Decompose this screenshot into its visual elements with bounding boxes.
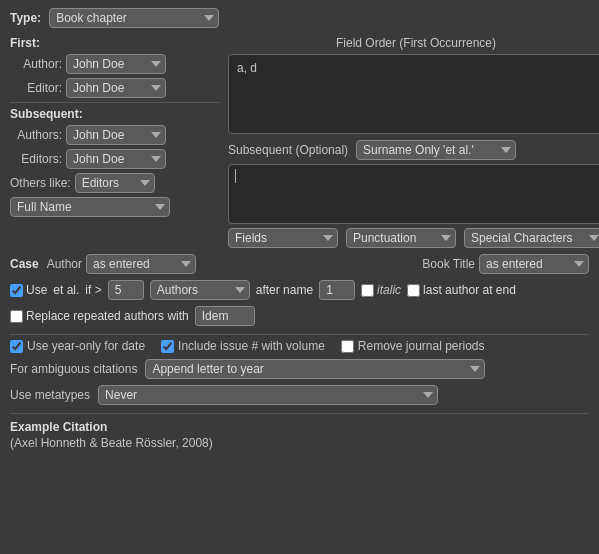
ambiguous-row: For ambiguous citations Append letter to… xyxy=(10,359,589,379)
italic-label-container[interactable]: italic xyxy=(361,283,401,297)
italic-label: italic xyxy=(377,283,401,297)
include-issue-text: Include issue # with volume xyxy=(178,339,325,353)
author-select[interactable]: John Doe Jane Doe xyxy=(66,54,166,74)
subsequent-optional-select[interactable]: Surname Only 'et al.' Full Name Initials xyxy=(356,140,516,160)
if-label: if > xyxy=(85,283,101,297)
replace-checkbox-label[interactable]: Replace repeated authors with xyxy=(10,309,189,323)
editors-select[interactable]: John Doe Jane Doe xyxy=(66,149,166,169)
field-order-header: Field Order (First Occurrence) xyxy=(228,36,599,50)
use-label: Use xyxy=(26,283,47,297)
field-order-box: a, d xyxy=(228,54,599,134)
include-issue-label[interactable]: Include issue # with volume xyxy=(161,339,325,353)
replace-text-input[interactable] xyxy=(195,306,255,326)
editor-label: Editor: xyxy=(10,81,62,95)
main-container: Type: Book chapter Journal article Book … xyxy=(0,0,599,458)
remove-journal-checkbox[interactable] xyxy=(341,340,354,353)
subsequent-right-row: Subsequent (Optional) Surname Only 'et a… xyxy=(228,140,599,160)
book-title-select[interactable]: as entered Title Case UPPERCASE lowercas… xyxy=(479,254,589,274)
authors-etal-select[interactable]: Authors Editors All xyxy=(150,280,250,300)
etal-label: et al. xyxy=(53,283,79,297)
panels: First: Author: John Doe Jane Doe Editor:… xyxy=(10,36,589,248)
book-title-field: Book Title as entered Title Case UPPERCA… xyxy=(422,254,589,274)
etal-checkbox-label[interactable]: Use xyxy=(10,283,47,297)
include-issue-checkbox[interactable] xyxy=(161,340,174,353)
others-select[interactable]: Editors Authors xyxy=(75,173,155,193)
subsequent-optional-label: Subsequent (Optional) xyxy=(228,143,348,157)
others-label: Others like: xyxy=(10,176,71,190)
example-text: (Axel Honneth & Beate Rössler, 2008) xyxy=(10,436,589,450)
fullname-select[interactable]: Full Name Surname Only Initials xyxy=(10,197,170,217)
type-select[interactable]: Book chapter Journal article Book Report xyxy=(49,8,219,28)
subsequent-text-box[interactable] xyxy=(228,164,599,224)
ambiguous-select[interactable]: Append letter to year Add title Nothing xyxy=(145,359,485,379)
author-case-field: Author as entered Title Case UPPERCASE l… xyxy=(47,254,196,274)
bottom-bar: Fields Punctuation Special Characters xyxy=(228,228,599,248)
threshold-input[interactable] xyxy=(108,280,144,300)
editor-select[interactable]: John Doe Jane Doe xyxy=(66,78,166,98)
example-section: Example Citation (Axel Honneth & Beate R… xyxy=(10,413,589,450)
replace-row: Replace repeated authors with xyxy=(10,306,589,326)
remove-journal-label[interactable]: Remove journal periods xyxy=(341,339,485,353)
last-author-checkbox[interactable] xyxy=(407,284,420,297)
case-section: Case Author as entered Title Case UPPERC… xyxy=(10,254,589,274)
metatypes-label: Use metatypes xyxy=(10,388,90,402)
authors-select[interactable]: John Doe Jane Doe xyxy=(66,125,166,145)
case-title: Case xyxy=(10,257,39,271)
year-only-text: Use year-only for date xyxy=(27,339,145,353)
authors-row: Authors: John Doe Jane Doe xyxy=(10,125,220,145)
metatypes-select[interactable]: Never Always Sometimes xyxy=(98,385,438,405)
replace-checkbox[interactable] xyxy=(10,310,23,323)
right-panel: Field Order (First Occurrence) a, d Subs… xyxy=(228,36,599,248)
etal-row: Use et al. if > Authors Editors All afte… xyxy=(10,280,589,300)
year-only-checkbox[interactable] xyxy=(10,340,23,353)
remove-journal-text: Remove journal periods xyxy=(358,339,485,353)
author-row: Author: John Doe Jane Doe xyxy=(10,54,220,74)
first-header: First: xyxy=(10,36,220,50)
field-order-content: a, d xyxy=(237,61,257,75)
left-panel: First: Author: John Doe Jane Doe Editor:… xyxy=(10,36,220,248)
ambiguous-label: For ambiguous citations xyxy=(10,362,137,376)
divider-1 xyxy=(10,102,220,103)
author-case-select[interactable]: as entered Title Case UPPERCASE lowercas… xyxy=(86,254,196,274)
type-label: Type: xyxy=(10,11,41,25)
authors-label: Authors: xyxy=(10,128,62,142)
author-case-label: Author xyxy=(47,257,82,271)
last-author-label: last author at end xyxy=(423,283,516,297)
last-author-label-container[interactable]: last author at end xyxy=(407,283,516,297)
editor-row: Editor: John Doe Jane Doe xyxy=(10,78,220,98)
editors-label: Editors: xyxy=(10,152,62,166)
year-only-label[interactable]: Use year-only for date xyxy=(10,339,145,353)
replace-label: Replace repeated authors with xyxy=(26,309,189,323)
subsequent-header: Subsequent: xyxy=(10,107,220,121)
book-title-label: Book Title xyxy=(422,257,475,271)
etal-checkbox[interactable] xyxy=(10,284,23,297)
after-name-label: after name xyxy=(256,283,313,297)
type-row: Type: Book chapter Journal article Book … xyxy=(10,8,589,28)
editors-row: Editors: John Doe Jane Doe xyxy=(10,149,220,169)
fields-select[interactable]: Fields xyxy=(228,228,338,248)
punctuation-select[interactable]: Punctuation xyxy=(346,228,456,248)
after-name-input[interactable] xyxy=(319,280,355,300)
divider-2 xyxy=(10,334,589,335)
author-label: Author: xyxy=(10,57,62,71)
example-title: Example Citation xyxy=(10,420,589,434)
italic-checkbox[interactable] xyxy=(361,284,374,297)
others-row: Others like: Editors Authors xyxy=(10,173,220,193)
checkboxes-row: Use year-only for date Include issue # w… xyxy=(10,339,589,353)
metatypes-row: Use metatypes Never Always Sometimes xyxy=(10,385,589,405)
special-characters-select[interactable]: Special Characters xyxy=(464,228,599,248)
